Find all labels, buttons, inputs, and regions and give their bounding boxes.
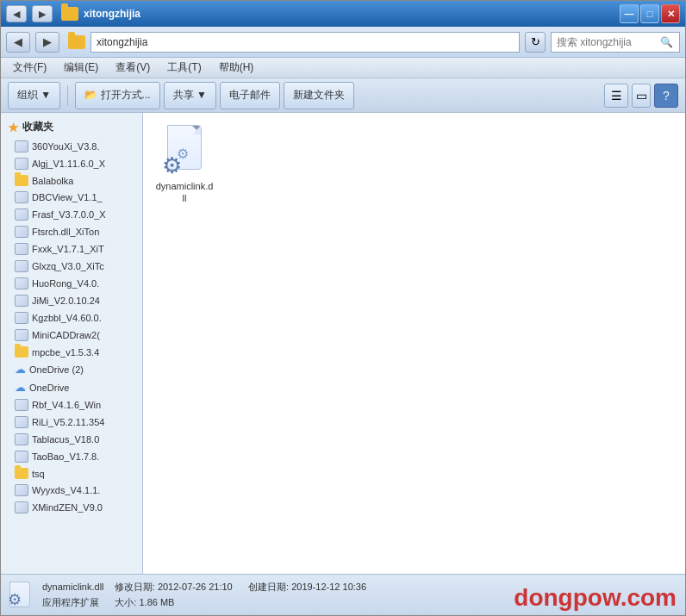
star-icon: ★ xyxy=(8,121,19,134)
item-icon-21 xyxy=(15,501,28,513)
newfolder-button[interactable]: 新建文件夹 xyxy=(284,82,354,109)
menu-help[interactable]: 帮助(H) xyxy=(212,59,261,77)
minimize-button[interactable]: — xyxy=(620,4,639,23)
sidebar-item-10[interactable]: Kgzbbl_V4.60.0. xyxy=(1,309,142,327)
item-icon-6 xyxy=(15,243,28,255)
item-icon-20 xyxy=(15,484,28,496)
sidebar-item-1[interactable]: Algj_V1.11.6.0_X xyxy=(1,155,142,172)
sidebar-item-label-15: Rbf_V4.1.6_Win xyxy=(32,400,101,410)
sidebar-item-label-5: Ftsrch.dll_XiTon xyxy=(32,227,99,237)
sidebar-item-label-17: Tablacus_V18.0 xyxy=(32,434,99,445)
toolbar: 组织 ▼ 📂 打开方式... 共享 ▼ 电子邮件 新建文件夹 ☰ ▭ ? xyxy=(1,78,685,113)
refresh-button[interactable]: ↻ xyxy=(525,32,546,53)
item-icon-18 xyxy=(15,451,28,463)
sidebar: ★ 收藏夹 360YouXi_V3.8. Algj_V1.11.6.0_X Ba… xyxy=(1,113,143,574)
gear-big-icon: ⚙ ⚙ xyxy=(162,154,182,177)
item-icon-19 xyxy=(15,468,28,479)
sidebar-item-0[interactable]: 360YouXi_V3.8. xyxy=(1,138,142,155)
back-nav-button[interactable]: ◀ xyxy=(6,32,30,53)
file-item-dll[interactable]: ⚙ ⚙ dynamiclink.dll xyxy=(150,120,219,210)
sidebar-item-18[interactable]: TaoBao_V1.7.8. xyxy=(1,448,142,465)
menubar: 文件(F) 编辑(E) 查看(V) 工具(T) 帮助(H) xyxy=(1,58,685,78)
sidebar-item-16[interactable]: RiLi_V5.2.11.354 xyxy=(1,414,142,431)
forward-nav-button[interactable]: ▶ xyxy=(35,32,59,53)
folder-icon xyxy=(61,7,78,21)
sidebar-item-label-12: mpcbe_v1.5.3.4 xyxy=(32,347,99,358)
status-type: 应用程序扩展 xyxy=(42,597,99,607)
sidebar-item-label-11: MiniCADDraw2( xyxy=(32,330,100,340)
toolbar-right: ☰ ▭ ? xyxy=(604,84,678,108)
sidebar-item-7[interactable]: Glxzq_V3.0_XiTc xyxy=(1,258,142,275)
sidebar-item-label-7: Glxzq_V3.0_XiTc xyxy=(32,261,104,271)
sidebar-item-21[interactable]: XMindZEN_V9.0 xyxy=(1,499,142,516)
sidebar-item-2[interactable]: Balabolka xyxy=(1,172,142,189)
email-button[interactable]: 电子邮件 xyxy=(220,82,280,109)
sidebar-item-5[interactable]: Ftsrch.dll_XiTon xyxy=(1,223,142,240)
status-filename: dynamiclink.dll xyxy=(42,582,104,592)
status-size: 大小: 1.86 MB xyxy=(115,597,174,607)
back-button[interactable]: ◀ xyxy=(6,5,27,22)
gear-small-icon: ⚙ xyxy=(177,147,189,161)
window-title: xitongzhijia xyxy=(84,8,140,20)
item-icon-17 xyxy=(15,433,28,445)
sidebar-item-19[interactable]: tsq xyxy=(1,465,142,482)
addressbar: ◀ ▶ ↻ 🔍 xyxy=(1,27,685,58)
sidebar-item-label-0: 360YouXi_V3.8. xyxy=(32,141,100,152)
sidebar-item-label-6: Fxxk_V1.7.1_XiT xyxy=(32,244,104,254)
item-icon-2 xyxy=(15,175,28,186)
sidebar-item-20[interactable]: Wyyxds_V4.1.1. xyxy=(1,482,142,499)
item-icon-5 xyxy=(15,226,28,238)
sidebar-item-label-9: JiMi_V2.0.10.24 xyxy=(32,296,100,306)
views-button[interactable]: ☰ xyxy=(604,84,628,108)
main-content: ★ 收藏夹 360YouXi_V3.8. Algj_V1.11.6.0_X Ba… xyxy=(1,113,685,574)
close-button[interactable]: ✕ xyxy=(661,4,680,23)
menu-tools[interactable]: 工具(T) xyxy=(160,59,208,77)
item-icon-8 xyxy=(15,277,28,289)
favorites-label: 收藏夹 xyxy=(22,120,53,134)
sidebar-item-12[interactable]: mpcbe_v1.5.3.4 xyxy=(1,344,142,360)
item-icon-16 xyxy=(15,416,28,428)
item-icon-0 xyxy=(15,140,28,152)
sidebar-item-11[interactable]: MiniCADDraw2( xyxy=(1,327,142,344)
status-modify: 修改日期: 2012-07-26 21:10 xyxy=(115,582,233,592)
sidebar-item-label-14: OneDrive xyxy=(29,383,69,393)
forward-button[interactable]: ▶ xyxy=(32,5,53,22)
sidebar-item-label-1: Algj_V1.11.6.0_X xyxy=(32,159,105,169)
share-button[interactable]: 共享 ▼ xyxy=(164,82,216,109)
organize-button[interactable]: 组织 ▼ xyxy=(8,82,60,109)
sidebar-item-label-10: Kgzbbl_V4.60.0. xyxy=(32,313,102,323)
gears-overlay: ⚙ ⚙ xyxy=(162,154,182,177)
file-label: dynamiclink.dll xyxy=(155,180,214,205)
sidebar-item-6[interactable]: Fxxk_V1.7.1_XiT xyxy=(1,240,142,258)
sidebar-item-label-2: Balabolka xyxy=(32,176,73,186)
menu-file[interactable]: 文件(F) xyxy=(6,59,53,77)
sidebar-item-3[interactable]: DBCView_V1.1_ xyxy=(1,189,142,206)
sidebar-item-label-13: OneDrive (2) xyxy=(29,364,84,375)
sidebar-item-15[interactable]: Rbf_V4.1.6_Win xyxy=(1,396,142,414)
sidebar-item-9[interactable]: JiMi_V2.0.10.24 xyxy=(1,292,142,309)
sidebar-item-17[interactable]: Tablacus_V18.0 xyxy=(1,431,142,448)
sidebar-item-13[interactable]: ☁ OneDrive (2) xyxy=(1,360,142,378)
sidebar-item-14[interactable]: ☁ OneDrive xyxy=(1,378,142,396)
pane-button[interactable]: ▭ xyxy=(632,84,651,108)
status-create: 创建日期: 2019-12-12 10:36 xyxy=(248,582,366,592)
search-icon: 🔍 xyxy=(660,36,673,48)
favorites-header[interactable]: ★ 收藏夹 xyxy=(1,116,142,138)
item-icon-10 xyxy=(15,312,28,324)
open-button[interactable]: 📂 打开方式... xyxy=(75,82,159,109)
toolbar-sep-1 xyxy=(67,85,68,106)
help-button[interactable]: ? xyxy=(654,84,678,108)
menu-view[interactable]: 查看(V) xyxy=(109,59,157,77)
sidebar-item-label-20: Wyyxds_V4.1.1. xyxy=(32,485,100,495)
maximize-button[interactable]: □ xyxy=(640,4,659,23)
sidebar-item-4[interactable]: Frasf_V3.7.0.0_X xyxy=(1,206,142,223)
sidebar-item-label-4: Frasf_V3.7.0.0_X xyxy=(32,209,106,220)
search-input[interactable] xyxy=(557,36,660,48)
dll-file-icon: ⚙ ⚙ xyxy=(162,125,207,177)
address-input[interactable] xyxy=(90,32,520,53)
window: ◀ ▶ xitongzhijia — □ ✕ ◀ ▶ ↻ 🔍 文件(F) 编辑(… xyxy=(0,0,686,616)
sidebar-item-label-8: HuoRong_V4.0. xyxy=(32,278,99,289)
sidebar-item-8[interactable]: HuoRong_V4.0. xyxy=(1,275,142,292)
item-icon-1 xyxy=(15,158,28,170)
menu-edit[interactable]: 编辑(E) xyxy=(57,59,105,77)
